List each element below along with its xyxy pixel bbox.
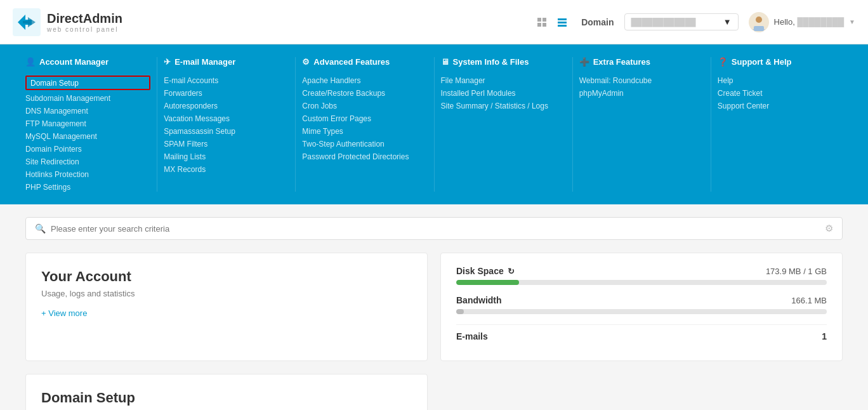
- nav-link-two-step-authentication[interactable]: Two-Step Authentication: [302, 140, 384, 149]
- nav-section-system-info: 🖥System Info & FilesFile ManagerInstalle…: [435, 57, 573, 192]
- nav-section-advanced-features: ⚙Advanced FeaturesApache HandlersCreate/…: [296, 57, 434, 192]
- bandwidth-value: 166.1 MB: [791, 296, 827, 305]
- nav-link-site-summary-/-statistics-/-logs[interactable]: Site Summary / Statistics / Logs: [441, 102, 548, 110]
- svg-rect-8: [558, 22, 567, 23]
- svg-point-11: [756, 17, 762, 23]
- domain-setup-title: Domain Setup: [41, 390, 412, 406]
- nav-link-autoresponders[interactable]: Autoresponders: [164, 102, 218, 110]
- nav-section-title-account-manager: 👤Account Manager: [25, 57, 150, 67]
- nav-link-hotlinks-protection[interactable]: Hotlinks Protection: [25, 170, 89, 179]
- search-input[interactable]: [51, 224, 825, 234]
- nav-link-spam-filters[interactable]: SPAM Filters: [164, 140, 207, 149]
- nav-link-item: MySQL Management: [25, 131, 150, 141]
- directadmin-logo-icon: [13, 8, 41, 36]
- refresh-icon[interactable]: ↻: [508, 267, 515, 276]
- domain-dropdown[interactable]: ████████████ ▼: [624, 13, 739, 30]
- nav-link-create/restore-backups[interactable]: Create/Restore Backups: [302, 89, 385, 98]
- nav-link-item: Subdomain Management: [25, 93, 150, 103]
- disk-space-header: Disk Space ↻ 173.9 MB / 1 GB: [456, 266, 827, 276]
- email-manager-section-icon: ✈: [164, 57, 171, 67]
- nav-link-ftp-management[interactable]: FTP Management: [25, 119, 86, 128]
- nav-link-item: Custom Error Pages: [302, 114, 427, 123]
- nav-link-cron-jobs[interactable]: Cron Jobs: [302, 102, 337, 110]
- nav-links-email-manager: E-mail AccountsForwardersAutorespondersV…: [164, 76, 289, 174]
- disk-space-row: Disk Space ↻ 173.9 MB / 1 GB: [456, 266, 827, 285]
- nav-link-vacation-messages[interactable]: Vacation Messages: [164, 114, 230, 123]
- nav-link-item: Hotlinks Protection: [25, 169, 150, 179]
- content-area: 🔍 ⚙ Your Account Usage, logs and statist…: [0, 204, 868, 410]
- nav-section-title-extra-features: ➕Extra Features: [579, 57, 704, 67]
- nav-section-extra-features: ➕Extra FeaturesWebmail: RoundcubephpMyAd…: [573, 57, 711, 192]
- nav-link-item: Apache Handlers: [302, 76, 427, 85]
- nav-link-item: Create Ticket: [718, 88, 843, 98]
- nav-link-item: phpMyAdmin: [579, 88, 704, 98]
- nav-link-help[interactable]: Help: [718, 76, 733, 85]
- nav-section-title-support-help: ❓Support & Help: [718, 57, 843, 67]
- nav-link-item: Domain Setup: [25, 76, 150, 90]
- nav-link-webmail:-roundcube[interactable]: Webmail: Roundcube: [579, 76, 652, 85]
- nav-link-site-redirection[interactable]: Site Redirection: [25, 157, 79, 166]
- bandwidth-label: Bandwidth: [456, 295, 502, 305]
- view-icons: [533, 13, 571, 31]
- nav-link-installed-perl-modules[interactable]: Installed Perl Modules: [441, 89, 516, 98]
- nav-link-subdomain-management[interactable]: Subdomain Management: [25, 94, 110, 103]
- svg-rect-9: [558, 25, 567, 27]
- system-info-section-icon: 🖥: [441, 57, 449, 67]
- user-dropdown-caret-icon: ▼: [849, 18, 855, 25]
- nav-link-support-center[interactable]: Support Center: [718, 102, 769, 110]
- nav-menu: 👤Account ManagerDomain SetupSubdomain Ma…: [0, 44, 868, 204]
- nav-link-password-protected-directories[interactable]: Password Protected Directories: [302, 152, 409, 161]
- nav-links-advanced-features: Apache HandlersCreate/Restore BackupsCro…: [302, 76, 427, 161]
- nav-link-item: Site Summary / Statistics / Logs: [441, 101, 566, 110]
- bandwidth-progress-fill: [456, 309, 464, 314]
- bandwidth-progress-bar: [456, 309, 827, 314]
- nav-link-item: Webmail: Roundcube: [579, 76, 704, 85]
- emails-row: E-mails 1: [456, 324, 827, 348]
- nav-link-custom-error-pages[interactable]: Custom Error Pages: [302, 114, 371, 123]
- nav-link-create-ticket[interactable]: Create Ticket: [718, 89, 763, 98]
- nav-link-file-manager[interactable]: File Manager: [441, 76, 485, 85]
- nav-section-title-email-manager: ✈E-mail Manager: [164, 57, 289, 67]
- nav-link-mx-records[interactable]: MX Records: [164, 165, 206, 174]
- logo-area: DirectAdmin web control panel: [13, 8, 122, 36]
- brand-sub: web control panel: [47, 26, 122, 33]
- grid-view-button[interactable]: [533, 13, 551, 31]
- nav-link-php-settings[interactable]: PHP Settings: [25, 183, 70, 192]
- nav-link-domain-setup[interactable]: Domain Setup: [30, 79, 79, 88]
- user-area[interactable]: Hello, ████████ ▼: [749, 12, 855, 32]
- nav-link-e-mail-accounts[interactable]: E-mail Accounts: [164, 76, 218, 85]
- nav-link-apache-handlers[interactable]: Apache Handlers: [302, 76, 360, 85]
- svg-rect-5: [537, 23, 541, 27]
- account-manager-section-icon: 👤: [25, 57, 36, 67]
- nav-link-item: MX Records: [164, 164, 289, 174]
- disk-space-progress-fill: [456, 280, 519, 285]
- nav-link-item: Support Center: [718, 101, 843, 110]
- nav-link-item: Forwarders: [164, 88, 289, 98]
- nav-link-mysql-management[interactable]: MySQL Management: [25, 132, 97, 141]
- nav-section-email-manager: ✈E-mail ManagerE-mail AccountsForwarders…: [157, 57, 296, 192]
- header-right: Domain ████████████ ▼ Hello, ████████ ▼: [533, 12, 855, 32]
- settings-gear-icon[interactable]: ⚙: [825, 223, 833, 234]
- advanced-features-section-icon: ⚙: [302, 57, 310, 67]
- emails-count: 1: [822, 331, 827, 341]
- emails-label: E-mails: [456, 331, 488, 341]
- nav-section-support-help: ❓Support & HelpHelpCreate TicketSupport …: [711, 57, 849, 192]
- search-bar-wrapper: 🔍 ⚙: [25, 217, 843, 240]
- nav-link-item: Vacation Messages: [164, 114, 289, 123]
- nav-link-dns-management[interactable]: DNS Management: [25, 107, 88, 116]
- nav-link-spamassassin-setup[interactable]: Spamassassin Setup: [164, 127, 235, 136]
- top-header: DirectAdmin web control panel Domain ███…: [0, 0, 868, 44]
- svg-rect-12: [754, 26, 764, 31]
- nav-link-item: Mailing Lists: [164, 152, 289, 161]
- nav-link-forwarders[interactable]: Forwarders: [164, 89, 202, 98]
- nav-link-mime-types[interactable]: Mime Types: [302, 127, 343, 136]
- view-more-link[interactable]: + View more: [41, 308, 87, 318]
- search-icon: 🔍: [35, 223, 46, 234]
- nav-links-system-info: File ManagerInstalled Perl ModulesSite S…: [441, 76, 566, 110]
- dropdown-caret-icon: ▼: [723, 17, 732, 27]
- nav-link-mailing-lists[interactable]: Mailing Lists: [164, 152, 206, 161]
- nav-link-item: Cron Jobs: [302, 101, 427, 110]
- nav-link-phpmyadmin[interactable]: phpMyAdmin: [579, 89, 624, 98]
- nav-link-domain-pointers[interactable]: Domain Pointers: [25, 145, 82, 154]
- list-view-button[interactable]: [553, 13, 571, 31]
